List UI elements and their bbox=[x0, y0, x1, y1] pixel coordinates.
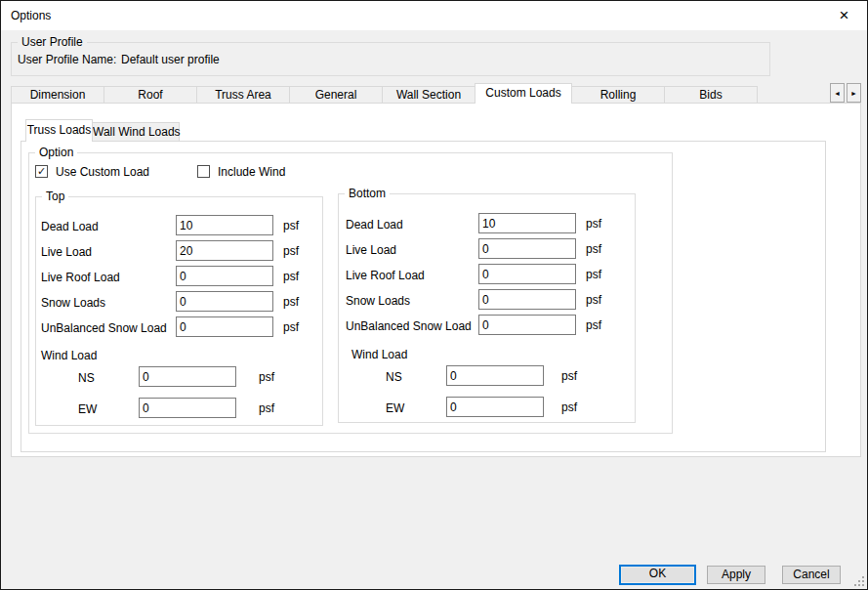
left-arrow-icon: ◄ bbox=[834, 90, 841, 97]
psf-unit-label: psf bbox=[586, 242, 601, 256]
psf-unit-label: psf bbox=[586, 318, 601, 332]
options-dialog: Options × User Profile User Profile Name… bbox=[0, 0, 868, 590]
user-profile-group: User Profile User Profile Name: Default … bbox=[11, 42, 770, 76]
snow-loads-label: Snow Loads bbox=[346, 294, 410, 308]
ok-button[interactable]: OK bbox=[619, 565, 696, 585]
right-arrow-icon: ► bbox=[850, 90, 857, 97]
bottom-wind-ew-row: EW psf bbox=[339, 397, 635, 418]
cancel-button[interactable]: Cancel bbox=[782, 566, 841, 584]
bottom-loads-group: Bottom Dead Load psf Live Load psf Live … bbox=[338, 193, 636, 423]
checkbox-checked-box[interactable]: ✓ bbox=[35, 165, 48, 178]
psf-unit-label: psf bbox=[586, 293, 601, 307]
window-title: Options bbox=[11, 1, 51, 30]
psf-unit-label: psf bbox=[259, 401, 274, 415]
tab-roof[interactable]: Roof bbox=[103, 86, 197, 103]
user-profile-legend: User Profile bbox=[18, 35, 87, 50]
top-wind-ew-row: EW psf bbox=[36, 398, 322, 419]
psf-unit-label: psf bbox=[586, 268, 601, 281]
top-legend: Top bbox=[42, 190, 68, 204]
psf-unit-label: psf bbox=[283, 295, 299, 309]
top-dead-load-input[interactable] bbox=[176, 215, 273, 235]
live-load-label: Live Load bbox=[41, 245, 92, 259]
checkbox-unchecked-box[interactable] bbox=[197, 165, 210, 178]
top-unbalanced-snow-load-input[interactable] bbox=[176, 316, 273, 337]
ns-label: NS bbox=[386, 370, 402, 384]
bottom-wind-ew-input[interactable] bbox=[446, 397, 544, 417]
ns-label: NS bbox=[78, 371, 95, 385]
tab-truss-loads[interactable]: Truss Loads bbox=[25, 119, 93, 142]
psf-unit-label: psf bbox=[586, 217, 601, 231]
psf-unit-label: psf bbox=[561, 400, 577, 414]
ew-label: EW bbox=[386, 401, 404, 415]
option-legend: Option bbox=[35, 146, 77, 160]
tab-wall-section[interactable]: Wall Section bbox=[382, 86, 475, 103]
top-wind-load-label: Wind Load bbox=[41, 349, 97, 362]
dead-load-label: Dead Load bbox=[346, 218, 403, 232]
unbalanced-snow-load-label: UnBalanced Snow Load bbox=[41, 321, 167, 335]
use-custom-load-checkbox[interactable]: ✓ Use Custom Load bbox=[35, 164, 149, 179]
bottom-unbalanced-snow-load-input[interactable] bbox=[478, 315, 576, 335]
bottom-live-roof-load-input[interactable] bbox=[478, 264, 576, 284]
bottom-live-load-input[interactable] bbox=[478, 238, 576, 259]
top-snow-loads-row: Snow Loads psf bbox=[36, 291, 322, 313]
bottom-dead-load-row: Dead Load psf bbox=[339, 213, 635, 234]
bottom-live-roof-load-row: Live Roof Load psf bbox=[339, 264, 635, 285]
tab-scroll-left-button[interactable]: ◄ bbox=[830, 83, 845, 103]
checkmark-icon: ✓ bbox=[37, 166, 46, 177]
bottom-snow-loads-input[interactable] bbox=[478, 289, 576, 310]
psf-unit-label: psf bbox=[283, 270, 299, 283]
loads-sub-tab-strip: Truss Loads Wall Wind Loads bbox=[25, 119, 179, 142]
psf-unit-label: psf bbox=[283, 320, 299, 334]
use-custom-load-label: Use Custom Load bbox=[56, 165, 149, 179]
top-wind-ew-input[interactable] bbox=[139, 398, 236, 418]
top-unbalanced-snow-load-row: UnBalanced Snow Load psf bbox=[36, 316, 322, 338]
top-live-load-input[interactable] bbox=[176, 240, 273, 261]
tab-bids[interactable]: Bids bbox=[664, 86, 758, 103]
tab-wall-wind-loads[interactable]: Wall Wind Loads bbox=[92, 122, 180, 141]
tab-truss-area[interactable]: Truss Area bbox=[196, 86, 290, 103]
user-profile-name-value: Default user profile bbox=[121, 53, 220, 66]
tab-scroll-buttons: ◄ ► bbox=[830, 83, 861, 103]
resize-grip[interactable] bbox=[854, 576, 864, 586]
bottom-wind-ns-row: NS psf bbox=[339, 365, 635, 387]
top-live-roof-load-input[interactable] bbox=[176, 266, 273, 286]
tab-scroll-right-button[interactable]: ► bbox=[847, 83, 861, 103]
live-roof-load-label: Live Roof Load bbox=[346, 269, 425, 282]
psf-unit-label: psf bbox=[259, 370, 274, 384]
tab-dimension[interactable]: Dimension bbox=[11, 86, 104, 103]
top-snow-loads-input[interactable] bbox=[176, 291, 273, 312]
bottom-wind-load-label: Wind Load bbox=[351, 348, 407, 361]
include-wind-label: Include Wind bbox=[218, 165, 285, 179]
include-wind-checkbox[interactable]: Include Wind bbox=[197, 164, 285, 179]
dead-load-label: Dead Load bbox=[41, 220, 99, 233]
unbalanced-snow-load-label: UnBalanced Snow Load bbox=[346, 319, 472, 333]
top-live-load-row: Live Load psf bbox=[36, 240, 322, 262]
top-wind-ns-row: NS psf bbox=[36, 366, 322, 388]
psf-unit-label: psf bbox=[283, 219, 299, 232]
psf-unit-label: psf bbox=[283, 244, 299, 258]
titlebar[interactable]: Options × bbox=[1, 1, 867, 30]
bottom-dead-load-input[interactable] bbox=[478, 213, 576, 233]
bottom-legend: Bottom bbox=[345, 187, 390, 201]
tab-custom-loads[interactable]: Custom Loads bbox=[475, 83, 572, 104]
snow-loads-label: Snow Loads bbox=[41, 296, 105, 310]
ew-label: EW bbox=[78, 402, 97, 416]
bottom-live-load-row: Live Load psf bbox=[339, 238, 635, 260]
top-loads-group: Top Dead Load psf Live Load psf Live Roo… bbox=[35, 196, 323, 426]
live-roof-load-label: Live Roof Load bbox=[41, 271, 120, 284]
live-load-label: Live Load bbox=[346, 243, 396, 257]
psf-unit-label: psf bbox=[561, 369, 577, 383]
tab-rolling[interactable]: Rolling bbox=[571, 86, 665, 103]
options-tab-strip: Dimension Roof Truss Area General Wall S… bbox=[11, 83, 757, 104]
apply-button[interactable]: Apply bbox=[707, 566, 765, 584]
user-profile-name-label: User Profile Name: bbox=[18, 53, 116, 66]
close-button[interactable]: × bbox=[822, 1, 866, 29]
close-icon: × bbox=[840, 6, 849, 25]
bottom-wind-ns-input[interactable] bbox=[446, 365, 544, 386]
top-dead-load-row: Dead Load psf bbox=[36, 215, 322, 236]
tab-general[interactable]: General bbox=[289, 86, 383, 103]
top-wind-ns-input[interactable] bbox=[139, 366, 236, 387]
top-live-roof-load-row: Live Roof Load psf bbox=[36, 266, 322, 287]
bottom-snow-loads-row: Snow Loads psf bbox=[339, 289, 635, 311]
bottom-unbalanced-snow-load-row: UnBalanced Snow Load psf bbox=[339, 315, 635, 336]
